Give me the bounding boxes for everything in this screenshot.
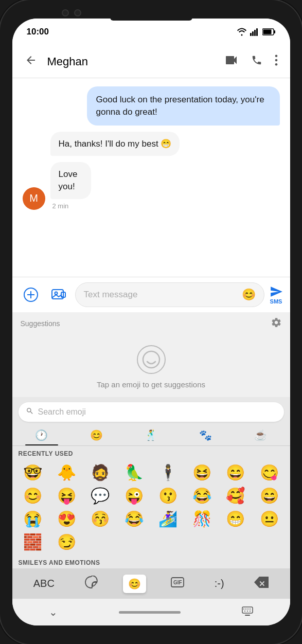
status-icons bbox=[237, 28, 276, 36]
message-out-wrapper: Good luck on the presentation today, you… bbox=[23, 86, 280, 126]
emoji-item[interactable]: 😋 bbox=[253, 461, 286, 484]
top-bar: Meghan bbox=[12, 45, 290, 78]
tab-people[interactable]: 🕺 bbox=[123, 425, 178, 445]
recently-used-grid: 🤓 🐥 🧔 🦜 🕴 😆 😄 😋 😊 😝 💬 😜 😗 😂 🥰 😄 😭 😍 😚 bbox=[12, 459, 290, 555]
svg-point-7 bbox=[275, 55, 277, 57]
abc-icon: ABC bbox=[33, 578, 55, 589]
tab-smileys[interactable]: 😊 bbox=[69, 425, 123, 445]
emoji-search-placeholder: Search emoji bbox=[38, 407, 86, 417]
svg-rect-0 bbox=[250, 33, 252, 36]
wifi-icon bbox=[237, 28, 247, 36]
media-button[interactable] bbox=[47, 283, 70, 306]
emoji-item[interactable]: 🦜 bbox=[118, 461, 151, 484]
signal-icon bbox=[250, 28, 259, 36]
emoji-item[interactable]: 😗 bbox=[152, 485, 185, 507]
conversation-title: Meghan bbox=[47, 55, 215, 68]
phone-camera-left bbox=[62, 9, 69, 16]
suggestions-label: Suggestions bbox=[21, 319, 60, 328]
emoji-picker-button[interactable]: 😊 bbox=[242, 288, 256, 301]
abc-keyboard-button[interactable]: ABC bbox=[28, 575, 60, 593]
suggestions-settings-button[interactable] bbox=[271, 317, 282, 331]
emoji-item[interactable]: 😚 bbox=[84, 508, 117, 530]
phone-call-button[interactable] bbox=[247, 50, 267, 73]
back-button[interactable] bbox=[21, 50, 41, 74]
message-timestamp: 2 min bbox=[52, 202, 105, 210]
incoming-message-2-text: Love you! bbox=[59, 169, 78, 191]
kaomoji-icon: :-) bbox=[215, 578, 224, 589]
nav-bar: ⌄ bbox=[12, 599, 290, 625]
emoji-item[interactable]: 🧱 bbox=[16, 531, 49, 553]
emoji-item[interactable]: 🧔 bbox=[84, 461, 117, 484]
emoji-item[interactable]: 😍 bbox=[50, 508, 83, 530]
emoji-item[interactable]: 😆 bbox=[185, 461, 218, 484]
tab-recent[interactable]: 🕐 bbox=[14, 425, 69, 445]
messages-area: Good luck on the presentation today, you… bbox=[12, 78, 290, 277]
search-icon bbox=[26, 407, 34, 417]
phone-notch bbox=[110, 14, 192, 21]
tab-food[interactable]: ☕ bbox=[233, 425, 288, 445]
contact-avatar: M bbox=[23, 187, 45, 210]
incoming-message-1-text: Ha, thanks! I'll do my best 😁 bbox=[59, 139, 172, 149]
sticker-icon bbox=[84, 576, 98, 592]
emoji-item[interactable]: 🤓 bbox=[16, 461, 49, 484]
emoji-item[interactable]: 💬 bbox=[84, 485, 117, 507]
outgoing-message: Good luck on the presentation today, you… bbox=[87, 86, 280, 126]
svg-rect-19 bbox=[242, 607, 253, 613]
emoji-item[interactable]: 🎊 bbox=[185, 508, 218, 530]
emoji-item[interactable]: 😁 bbox=[219, 508, 252, 530]
svg-point-9 bbox=[275, 63, 277, 66]
status-bar: 10:00 bbox=[12, 19, 290, 45]
backspace-icon bbox=[254, 577, 269, 591]
svg-rect-3 bbox=[256, 28, 258, 36]
smileys-label: SMILEYS AND EMOTIONS bbox=[12, 555, 290, 568]
nav-keyboard-button[interactable] bbox=[229, 601, 265, 623]
emoji-item[interactable]: 😜 bbox=[118, 485, 151, 507]
incoming-message-group-1: Ha, thanks! I'll do my best 😁 bbox=[23, 132, 280, 156]
incoming-message-2: Love you! bbox=[50, 162, 91, 199]
emoji-hint-text: Tap an emoji to get suggestions bbox=[97, 380, 205, 389]
emoji-item[interactable]: 🥰 bbox=[219, 485, 252, 507]
status-time: 10:00 bbox=[27, 27, 49, 37]
emoji-search-input[interactable]: Search emoji bbox=[19, 402, 284, 422]
gif-keyboard-button[interactable]: GIF bbox=[166, 574, 189, 593]
emoji-item[interactable]: 😊 bbox=[16, 485, 49, 507]
incoming-message-1: Ha, thanks! I'll do my best 😁 bbox=[50, 132, 180, 156]
emoji-item[interactable]: 😏 bbox=[50, 531, 83, 553]
kaomoji-button[interactable]: :-) bbox=[209, 575, 229, 593]
emoji-item[interactable]: 😭 bbox=[16, 508, 49, 530]
svg-text:GIF: GIF bbox=[173, 580, 182, 585]
nav-back-button[interactable]: ⌄ bbox=[37, 601, 70, 623]
home-indicator[interactable] bbox=[119, 611, 181, 614]
video-call-button[interactable] bbox=[221, 51, 243, 72]
emoji-keyboard-button[interactable]: 😊 bbox=[123, 575, 146, 593]
tab-animals[interactable]: 🐾 bbox=[179, 425, 233, 445]
gif-label: GIF bbox=[171, 577, 184, 590]
emoji-item[interactable]: 😄 bbox=[219, 461, 252, 484]
svg-point-16 bbox=[143, 351, 159, 368]
message-input-field[interactable]: Text message 😊 bbox=[75, 282, 264, 307]
emoji-item[interactable]: 😝 bbox=[50, 485, 83, 507]
emoji-item[interactable]: 🕴 bbox=[152, 461, 185, 484]
phone-screen: 10:00 bbox=[12, 19, 290, 625]
emoji-item[interactable]: 😐 bbox=[253, 508, 286, 530]
emoji-item[interactable]: 😂 bbox=[185, 485, 218, 507]
emoji-category-tabs: 🕐 😊 🕺 🐾 ☕ bbox=[12, 422, 290, 446]
send-button-label: SMS bbox=[270, 298, 282, 305]
svg-point-8 bbox=[275, 59, 277, 62]
emoji-item[interactable]: 😄 bbox=[253, 485, 286, 507]
sticker-button[interactable] bbox=[79, 573, 103, 595]
svg-rect-5 bbox=[274, 30, 275, 33]
suggestions-bar: Suggestions bbox=[12, 312, 290, 335]
emoji-search-bar: Search emoji bbox=[12, 397, 290, 422]
add-attachment-button[interactable] bbox=[20, 283, 42, 306]
svg-rect-6 bbox=[263, 30, 271, 34]
incoming-message-group-2: M Love you! 2 min bbox=[23, 162, 280, 210]
send-button[interactable]: SMS bbox=[270, 285, 283, 305]
emoji-item[interactable]: 😂 bbox=[118, 508, 151, 530]
emoji-keyboard-icon: 😊 bbox=[128, 578, 141, 590]
more-options-button[interactable] bbox=[271, 50, 282, 73]
incoming-bubble-group: Love you! 2 min bbox=[50, 162, 105, 210]
emoji-item[interactable]: 🏄‍♀️ bbox=[152, 508, 185, 530]
emoji-item[interactable]: 🐥 bbox=[50, 461, 83, 484]
backspace-button[interactable] bbox=[249, 574, 274, 594]
